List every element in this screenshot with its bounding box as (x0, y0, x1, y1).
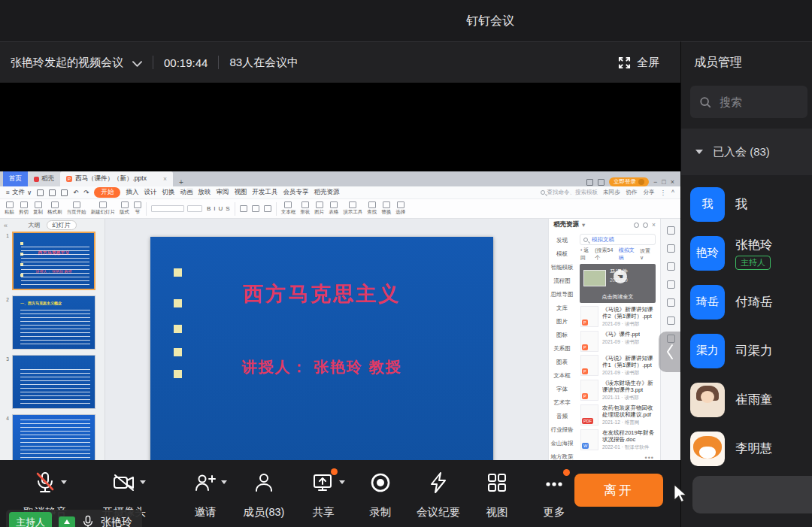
thumbnail-text-lines (21, 247, 89, 285)
ribbon-control: 选择 (395, 201, 405, 216)
presenter-name: 张艳玲 (101, 516, 132, 527)
docer-category: 智能模板 (550, 264, 574, 271)
ribbon-control: 文本框 (281, 201, 296, 216)
wps-menu-item: 插入 (126, 188, 138, 195)
sidebar-bottom-field[interactable] (692, 476, 812, 513)
current-slide: 西方马克思主义 讲授人： 张艳玲 教授 (150, 237, 493, 492)
docer-file-row: P 《马说》新课讲知课件1（第1课时）.ppt 2021-09 · 读书部 (580, 355, 655, 377)
avatar: 我 (690, 187, 725, 222)
member-row[interactable]: 艳玲 张艳玲 主持人 (681, 229, 812, 277)
strip-icon (667, 244, 675, 253)
slide-number: 1 (3, 232, 12, 290)
meeting-title: 张艳玲发起的视频会议 (11, 56, 123, 70)
ppt-file-icon: P (66, 176, 72, 182)
fullscreen-label: 全屏 (637, 56, 659, 70)
host-badge: 主持人 (735, 256, 771, 270)
member-row[interactable]: 渠力 司渠力 (681, 326, 812, 375)
minimize-icon: − (653, 178, 657, 186)
redo-icon: ↷ (83, 189, 89, 196)
collapse-sidebar-button[interactable] (659, 332, 680, 372)
thumbnail-text-lines (20, 419, 90, 464)
chevron-down-icon[interactable] (61, 480, 67, 484)
ribbon-icon (397, 201, 404, 208)
wps-sync-items: 未同步协作分享 (603, 189, 655, 196)
slide-thumbnail-image (12, 355, 95, 409)
docer-file-row: P 《马说》新课讲知课件2（第1课时）.ppt 2021-09 · 读书部 (580, 306, 655, 328)
member-row[interactable]: 崔雨童 (681, 375, 812, 424)
divider (146, 202, 147, 216)
chevron-down-icon[interactable] (140, 480, 146, 484)
joined-section-header[interactable]: 已入会 (83) (681, 129, 812, 175)
format-button: B (207, 205, 211, 212)
wps-sync-item: 分享 (644, 189, 655, 196)
avatar (690, 432, 725, 466)
member-search[interactable] (690, 86, 807, 118)
meeting-header: 张艳玲发起的视频会议 00:19:44 83人在会议中 全屏 (0, 41, 680, 83)
file-type-badge: P (582, 393, 588, 399)
file-type-badge: P (582, 344, 588, 350)
docer-file-list: P 《马说》新课讲知课件2（第1课时）.ppt 2021-09 · 读书部 P (577, 306, 659, 451)
file-thumbnail: P (580, 380, 598, 401)
close-icon: × (671, 178, 674, 186)
file-thumbnail: P (580, 306, 598, 327)
fullscreen-button[interactable]: 全屏 (618, 42, 659, 83)
slide-number: 2 (3, 295, 12, 350)
chevron-down-icon[interactable] (221, 480, 227, 484)
file-type-badge: PDF (582, 418, 593, 424)
leave-button[interactable]: 离开 (574, 474, 663, 507)
docer-settings: 设置 ∨ (640, 247, 655, 261)
font-size-box (187, 205, 202, 212)
file-type-badge: P (582, 368, 588, 374)
wps-menu-item: 审阅 (216, 188, 229, 195)
chevron-down-icon[interactable] (339, 480, 345, 484)
slide-thumbnail: 1 西方马克思主义 讲授人： 张艳玲 教授 (3, 232, 95, 290)
bullet-square (174, 325, 182, 333)
triangle-down-icon (695, 150, 703, 154)
wps-menu-item: 开发工具 (252, 188, 277, 195)
mic-muted-icon (33, 471, 57, 495)
ribbon-control: 剪切 (19, 201, 29, 216)
collapse-ribbon-icon: ^ (671, 189, 674, 196)
wps-menu-item: 动画 (180, 188, 192, 195)
docer-category: 图片 (550, 318, 574, 326)
kebab-menu-icon: ⋮ (660, 189, 667, 196)
bell-icon (643, 223, 648, 228)
member-name: 崔雨童 (735, 392, 773, 408)
bullets-icon (264, 205, 271, 212)
gear-icon (634, 223, 639, 228)
member-name: 付琦岳 (735, 294, 773, 310)
wps-login-button: 立即登录 (609, 177, 649, 186)
align-center-icon (252, 205, 259, 212)
screen-share-view: 首页 稻壳 P西马（课件）（新）.pptx× + 立即登录 − □ × ≡文件∨ (0, 83, 680, 460)
ribbon-icon (35, 201, 42, 208)
chevron-down-icon[interactable] (132, 61, 142, 67)
ribbon-control: 当页开始 (67, 201, 86, 216)
slide-subtitle: 讲授人： 张艳玲 教授 (150, 357, 493, 377)
thumbnail-text-lines (20, 369, 90, 404)
person-icon (252, 471, 276, 495)
ribbon-icon (134, 201, 141, 208)
member-row[interactable]: 李明慧 (681, 424, 812, 473)
chevron-left-icon (665, 342, 675, 362)
docer-category: 文库 (550, 304, 574, 312)
docer-category: 关系图 (550, 345, 574, 353)
ribbon-icon (316, 201, 323, 208)
file-type-badge: W (582, 443, 589, 449)
divider (235, 202, 235, 216)
wps-tab-document: P西马（课件）（新）.pptx× (60, 171, 173, 186)
wps-menu-item: 视图 (234, 188, 247, 195)
docer-file-row: P 《马》课件.ppt 2021-09 · 读书部 (580, 331, 655, 352)
print-icon (49, 189, 56, 196)
wps-tabbar: 首页 稻壳 P西马（课件）（新）.pptx× + 立即登录 − □ × (0, 171, 680, 186)
member-search-input[interactable] (718, 95, 793, 109)
wps-tab-docer: 稻壳 (28, 171, 60, 186)
docer-category: 思维导图 (550, 291, 574, 298)
member-row[interactable]: 我 我 (681, 180, 812, 229)
ribbon-icon (51, 201, 59, 208)
host-badge: 主持人 (9, 512, 52, 527)
layout-icon (586, 179, 593, 186)
wps-menu-item: 放映 (198, 188, 211, 195)
member-row[interactable]: 琦岳 付琦岳 (681, 277, 812, 326)
member-name: 张艳玲 (735, 237, 773, 253)
bullet-square (174, 268, 182, 277)
